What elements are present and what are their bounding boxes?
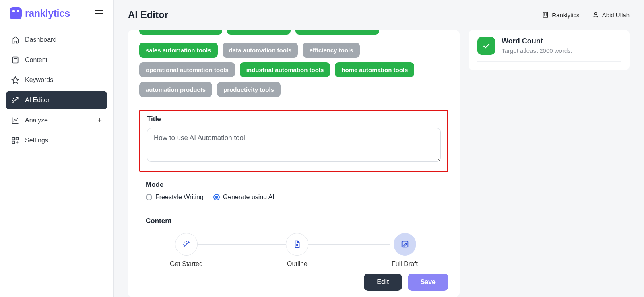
sidebar: ranklytics Dashboard Content bbox=[0, 0, 114, 297]
tag[interactable]: home automation tools bbox=[335, 62, 414, 77]
svg-rect-1 bbox=[12, 138, 15, 140]
title-section-highlight: Title bbox=[139, 110, 448, 172]
tag[interactable]: efficiency tools bbox=[303, 43, 359, 58]
sidebar-item-label: AI Editor bbox=[25, 97, 50, 104]
home-icon bbox=[11, 36, 19, 44]
page-title: AI Editor bbox=[128, 9, 168, 21]
sidebar-item-dashboard[interactable]: Dashboard bbox=[6, 31, 107, 49]
mode-section: Mode Freestyle Writing Generate using AI bbox=[128, 172, 460, 201]
content-label: Content bbox=[146, 217, 442, 225]
sidebar-item-content[interactable]: Content bbox=[6, 51, 107, 69]
edit-button[interactable]: Edit bbox=[364, 274, 402, 291]
tag[interactable]: operational automation tools bbox=[139, 62, 235, 77]
editor-panel: sales automation tools data automation t… bbox=[128, 30, 460, 297]
sidebar-item-label: Settings bbox=[25, 137, 48, 144]
title-label: Title bbox=[147, 115, 441, 123]
radio-dot-icon bbox=[213, 194, 220, 200]
tag[interactable]: automation products bbox=[139, 82, 212, 97]
step-outline[interactable]: Outline bbox=[286, 233, 308, 268]
building-icon bbox=[542, 12, 549, 18]
editor-footer: Edit Save bbox=[128, 267, 460, 297]
svg-rect-2 bbox=[16, 138, 19, 140]
sidebar-item-label: Analyze bbox=[25, 117, 48, 124]
sidebar-nav: Dashboard Content Keywords AI Editor bbox=[0, 31, 113, 150]
plus-icon[interactable]: + bbox=[97, 116, 102, 125]
step-label: Full Draft bbox=[392, 260, 418, 268]
svg-rect-4 bbox=[543, 12, 548, 17]
org-switcher[interactable]: Ranklytics bbox=[542, 12, 579, 19]
title-input[interactable] bbox=[147, 128, 441, 162]
topbar: AI Editor Ranklytics Abid Ullah bbox=[114, 0, 644, 30]
mode-label: Mode bbox=[146, 181, 442, 189]
tag[interactable]: sales automation tools bbox=[139, 43, 218, 58]
grid-icon bbox=[11, 136, 19, 144]
step-label: Outline bbox=[287, 260, 308, 268]
sidebar-item-label: Keywords bbox=[25, 76, 53, 84]
brand[interactable]: ranklytics bbox=[10, 7, 70, 19]
check-icon bbox=[477, 37, 495, 55]
radio-label: Freestyle Writing bbox=[155, 194, 204, 201]
sidebar-toggle-icon[interactable] bbox=[95, 10, 103, 16]
sidebar-item-settings[interactable]: Settings bbox=[6, 131, 107, 150]
side-column: Word Count Target atleast 2000 words. bbox=[469, 30, 630, 297]
keyword-tags: sales automation tools data automation t… bbox=[128, 39, 460, 104]
step-label: Get Started bbox=[170, 260, 203, 268]
user-menu[interactable]: Abid Ullah bbox=[592, 12, 630, 19]
sidebar-item-analyze[interactable]: Analyze + bbox=[6, 111, 107, 130]
content-section: Content Get Started Outline bbox=[128, 201, 460, 268]
sidebar-item-label: Dashboard bbox=[25, 36, 56, 43]
radio-label: Generate using AI bbox=[223, 194, 275, 201]
radio-dot-icon bbox=[146, 194, 152, 200]
svg-rect-3 bbox=[12, 141, 15, 144]
org-name: Ranklytics bbox=[552, 12, 579, 19]
word-count-subtitle: Target atleast 2000 words. bbox=[502, 47, 572, 54]
edit-icon bbox=[400, 240, 409, 249]
user-name: Abid Ullah bbox=[602, 12, 630, 19]
tag-row-cutoff bbox=[128, 30, 460, 35]
word-count-title: Word Count bbox=[502, 37, 572, 45]
sidebar-item-keywords[interactable]: Keywords bbox=[6, 71, 107, 89]
wand-icon bbox=[182, 240, 191, 249]
radio-generate-ai[interactable]: Generate using AI bbox=[213, 194, 275, 201]
chart-icon bbox=[11, 116, 19, 124]
main: AI Editor Ranklytics Abid Ullah bbox=[114, 0, 644, 297]
step-full-draft[interactable]: Full Draft bbox=[392, 233, 418, 268]
brand-logo-icon bbox=[10, 7, 22, 19]
star-icon bbox=[11, 76, 19, 84]
step-get-started[interactable]: Get Started bbox=[170, 233, 203, 268]
brand-name: ranklytics bbox=[25, 8, 70, 19]
svg-point-5 bbox=[594, 13, 597, 15]
save-button[interactable]: Save bbox=[408, 274, 448, 291]
tag[interactable]: data automation tools bbox=[223, 43, 298, 58]
radio-freestyle[interactable]: Freestyle Writing bbox=[146, 194, 204, 201]
document-icon bbox=[11, 56, 19, 64]
file-icon bbox=[293, 240, 301, 249]
sidebar-item-label: Content bbox=[25, 56, 47, 64]
tag[interactable]: productivity tools bbox=[217, 82, 281, 97]
content-steps: Get Started Outline Full D bbox=[146, 230, 442, 268]
sidebar-item-ai-editor[interactable]: AI Editor bbox=[6, 91, 107, 109]
word-count-card: Word Count Target atleast 2000 words. bbox=[469, 30, 630, 70]
tag[interactable]: industrial automation tools bbox=[240, 62, 330, 77]
wand-icon bbox=[11, 96, 19, 104]
user-icon bbox=[592, 12, 599, 18]
